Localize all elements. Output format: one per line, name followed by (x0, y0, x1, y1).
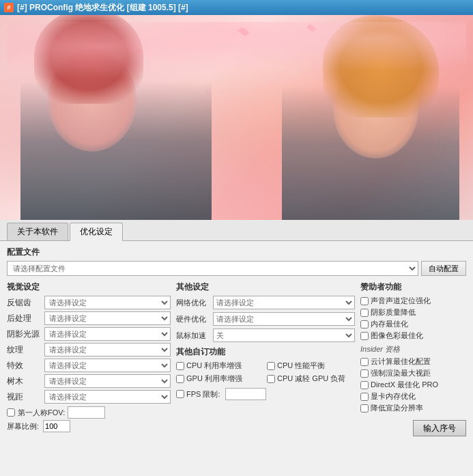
hardware-row: 硬件优化 请选择设定 (176, 312, 355, 326)
voice-pos-label: 声音声道定位强化 (371, 296, 431, 306)
app-icon: # (4, 3, 14, 12)
fps-limit-row: FPS 限制: (176, 388, 355, 400)
texture-row: 纹理 请选择设定 (7, 343, 171, 356)
texture-select[interactable]: 请选择设定 (44, 343, 171, 356)
shadow-quality-label: 阴影质量降低 (371, 307, 416, 318)
color-opt-label: 图像色彩最佳化 (371, 331, 423, 341)
shadow-label: 阴影光源 (7, 328, 44, 340)
auto-config-button[interactable]: 自动配置 (421, 261, 466, 276)
effects-label: 特效 (7, 360, 44, 372)
viewdist-row: 视距 请选择设定 (7, 390, 171, 404)
mouse-row: 鼠标加速 关 (176, 328, 355, 342)
directx-opt-label: DirectX 最佳化 PRO (371, 380, 438, 390)
fov-input[interactable] (68, 406, 105, 419)
fps-limit-input[interactable] (225, 388, 266, 400)
title-bar: # [#] PROConfig 绝地求生优化 [组建 1005.5] [#] (0, 0, 473, 15)
cloud-compute-checkbox[interactable] (360, 358, 369, 366)
app-title: [#] PROConfig 绝地求生优化 [组建 1005.5] [#] (17, 2, 188, 14)
banner-image (0, 15, 473, 220)
tab-optimize[interactable]: 优化设定 (70, 223, 123, 241)
color-opt-row: 图像色彩最佳化 (360, 331, 466, 341)
directx-opt-row: DirectX 最佳化 PRO (360, 380, 466, 390)
vram-opt-checkbox[interactable] (360, 393, 369, 401)
cpu-balance-row: CPU 性能平衡 (267, 361, 355, 371)
tab-bar: 关于本软件 优化设定 (0, 220, 473, 241)
cpu-balance-label: CPU 性能平衡 (277, 361, 325, 371)
ratio-label: 屏幕比例: (7, 421, 39, 432)
other-section-title: 其他设定 (176, 281, 355, 293)
helper-section-title: 赞助者功能 (360, 281, 466, 293)
cpu-boost-checkbox[interactable] (176, 362, 184, 370)
gpu-boost-label: GPU 利用率增强 (186, 374, 242, 384)
shadow-quality-checkbox[interactable] (360, 309, 369, 317)
force-render-label: 强制渲染最大视距 (371, 368, 431, 378)
fov-label: 第一人称FOV: (18, 408, 65, 418)
fov-row: 第一人称FOV: (7, 406, 171, 419)
trees-select[interactable]: 请选择设定 (44, 374, 171, 388)
visual-section-title: 视觉设定 (7, 281, 171, 293)
force-render-row: 强制渲染最大视距 (360, 368, 466, 378)
network-row: 网络优化 请选择设定 (176, 296, 355, 309)
fps-limit-label: FPS 限制: (186, 389, 220, 400)
visual-settings-panel: 视觉设定 反锯齿 请选择设定 后处理 请选择设定 阴影光源 请选择设定 (7, 281, 171, 476)
screen-ratio-row: 屏幕比例: (7, 420, 171, 432)
directx-opt-checkbox[interactable] (360, 381, 369, 389)
custom-section-title: 其他自订功能 (176, 346, 355, 358)
viewdist-label: 视距 (7, 391, 44, 403)
hardware-label: 硬件优化 (176, 314, 210, 324)
shadow-select[interactable]: 请选择设定 (44, 327, 171, 341)
cpu-balance-checkbox[interactable] (267, 362, 275, 370)
postprocess-label: 后处理 (7, 313, 44, 324)
mouse-select[interactable]: 关 (213, 328, 355, 342)
reduce-render-checkbox[interactable] (360, 404, 369, 412)
cpu-boost-label: CPU 利用率增强 (186, 361, 242, 371)
memory-opt-row: 内存最佳化 (360, 319, 466, 329)
reduce-render-label: 降低宣染分辨率 (371, 403, 423, 413)
network-select[interactable]: 请选择设定 (213, 296, 355, 309)
color-opt-checkbox[interactable] (360, 332, 369, 340)
cpu-reduce-gpu-checkbox[interactable] (267, 375, 275, 383)
ratio-input[interactable] (43, 420, 70, 432)
custom-section: 其他自订功能 CPU 利用率增强 CPU 性能平衡 GPU 利用率增强 (176, 346, 355, 400)
cloud-compute-label: 云计算最佳化配置 (371, 356, 431, 367)
trees-row: 树木 请选择设定 (7, 374, 171, 388)
hardware-select[interactable]: 请选择设定 (213, 312, 355, 326)
fps-limit-checkbox[interactable] (176, 390, 184, 398)
gpu-boost-row: GPU 利用率增强 (176, 374, 264, 384)
config-file-select[interactable]: 请选择配置文件 (7, 261, 418, 276)
settings-layout: 视觉设定 反锯齿 请选择设定 后处理 请选择设定 阴影光源 请选择设定 (7, 281, 466, 476)
postprocess-select[interactable]: 请选择设定 (44, 311, 171, 325)
cpu-reduce-gpu-label: CPU 减轻 GPU 负荷 (277, 374, 345, 384)
force-render-checkbox[interactable] (360, 369, 369, 378)
network-label: 网络优化 (176, 298, 210, 308)
cloud-compute-row: 云计算最佳化配置 (360, 356, 466, 367)
shadow-row: 阴影光源 请选择设定 (7, 327, 171, 341)
reduce-render-row: 降低宣染分辨率 (360, 403, 466, 413)
gpu-boost-checkbox[interactable] (176, 375, 184, 383)
vram-opt-row: 显卡内存优化 (360, 391, 466, 402)
effects-select[interactable]: 请选择设定 (44, 359, 171, 372)
vram-opt-label: 显卡内存优化 (371, 391, 416, 402)
trees-label: 树木 (7, 376, 44, 387)
custom-checkboxes: CPU 利用率增强 CPU 性能平衡 GPU 利用率增强 CPU 减轻 GPU … (176, 361, 355, 385)
cpu-reduce-gpu-row: CPU 减轻 GPU 负荷 (267, 374, 355, 384)
tab-about[interactable]: 关于本软件 (7, 223, 68, 240)
mouse-label: 鼠标加速 (176, 331, 210, 341)
other-settings-panel: 其他设定 网络优化 请选择设定 硬件优化 请选择设定 鼠标加速 关 (176, 281, 355, 476)
shadow-quality-row: 阴影质量降低 (360, 307, 466, 318)
viewdist-select[interactable]: 请选择设定 (44, 390, 171, 404)
config-file-row: 请选择配置文件 自动配置 (7, 261, 466, 276)
memory-opt-checkbox[interactable] (360, 320, 369, 328)
input-seq-container: 输入序号 (360, 420, 466, 436)
voice-pos-checkbox[interactable] (360, 297, 369, 305)
memory-opt-label: 内存最佳化 (371, 319, 408, 329)
postprocess-row: 后处理 请选择设定 (7, 311, 171, 325)
aa-row: 反锯齿 请选择设定 (7, 296, 171, 309)
helper-panel: 赞助者功能 声音声道定位强化 阴影质量降低 内存最佳化 图像色彩最佳化 Insi… (360, 281, 466, 476)
texture-label: 纹理 (7, 344, 44, 356)
fov-checkbox[interactable] (7, 408, 15, 417)
input-seq-button[interactable]: 输入序号 (413, 420, 466, 436)
main-content: 配置文件 请选择配置文件 自动配置 视觉设定 反锯齿 请选择设定 后处理 请选择… (0, 241, 473, 476)
insider-label: Insider 资格 (360, 344, 466, 354)
aa-select[interactable]: 请选择设定 (44, 296, 171, 309)
